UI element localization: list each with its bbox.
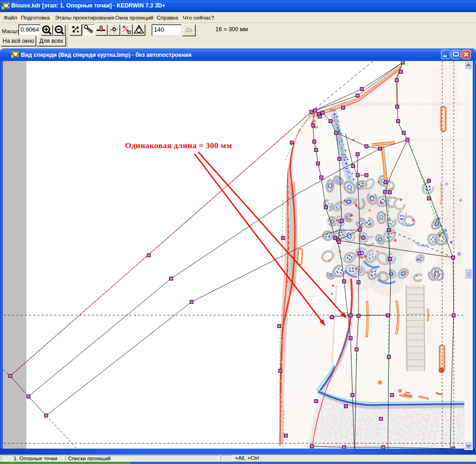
svg-text:Одинаковая длина = 300 мм: Одинаковая длина = 300 мм [125, 141, 232, 150]
